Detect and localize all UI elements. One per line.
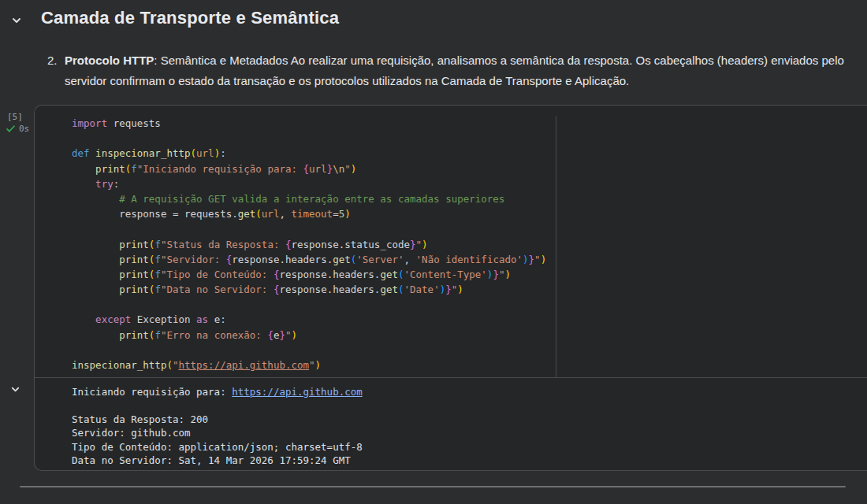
code-output-separator (35, 377, 867, 378)
token-kwb: f (154, 254, 161, 265)
output-chevron-down-icon[interactable] (9, 384, 21, 395)
token-str: 'Content-Type' (404, 269, 487, 280)
token-pl: response.headers. (279, 269, 380, 280)
execution-status: 0s (6, 124, 29, 134)
token-pl: = (333, 208, 339, 220)
text-line: print(f"Tipo de Conteúdo: {response.head… (72, 267, 865, 282)
token-t: Tipo de Conteúdo: application/json; char… (72, 441, 363, 453)
code-editor[interactable]: import requests def inspecionar_http(url… (72, 116, 865, 372)
token-func: inspecionar_http (95, 147, 190, 159)
markdown-bold-text: Protocolo HTTP (65, 54, 154, 67)
token-pl: requests (107, 117, 161, 129)
execution-time: 0s (19, 124, 29, 134)
text-line: except Exception as e: (72, 312, 865, 327)
text-line (72, 131, 865, 146)
text-line: Tipo de Conteúdo: application/json; char… (72, 440, 865, 454)
token-param: url (262, 208, 280, 220)
text-line: try: (72, 176, 865, 191)
cell-divider (20, 486, 846, 487)
token-pl (72, 163, 95, 175)
token-param: url (196, 147, 214, 159)
token-b2: } (445, 284, 452, 295)
code-cell: import requests def inspecionar_http(url… (34, 105, 867, 471)
token-pl: , (279, 208, 291, 220)
text-line: Iniciando requisição para: https://api.g… (72, 385, 865, 398)
token-kwp: try (95, 178, 113, 190)
token-pl (72, 329, 119, 341)
token-func: print (119, 239, 149, 250)
token-b2: { (303, 163, 310, 175)
token-pl (72, 284, 119, 295)
markdown-text: Protocolo HTTP: Semântica e Metadados Ao… (65, 50, 859, 91)
token-func: print (119, 254, 149, 265)
token-b2: } (410, 239, 416, 250)
token-b2: } (529, 254, 535, 265)
text-line (72, 343, 865, 358)
token-com: # A requisição GET valida a interação en… (119, 193, 504, 205)
token-pl: : (113, 178, 120, 190)
text-line: print(f"Status da Resposta: {response.st… (72, 237, 865, 252)
token-b1: ( (255, 208, 262, 220)
token-b2: } (493, 269, 499, 280)
token-kwp: import (72, 117, 107, 129)
token-pl: response.headers. (232, 254, 333, 265)
token-str: 'Server' (356, 254, 404, 265)
text-line: print(f"Servidor: {response.headers.get(… (72, 252, 865, 267)
token-b1: ) (292, 329, 298, 341)
token-kwb: f (131, 163, 137, 175)
token-str: 'Date' (404, 284, 440, 295)
token-func: inspecionar_http (72, 359, 166, 371)
token-t: Servidor: github.com (72, 427, 191, 439)
token-b1: ) (344, 208, 351, 220)
token-str: "Data no Servidor: (161, 284, 273, 295)
token-kwp: as (196, 313, 208, 325)
token-str: "Erro na conexão: (161, 329, 267, 341)
text-line: response = requests.get(url, timeout=5) (72, 206, 865, 221)
token-func: get (380, 269, 398, 280)
url-link[interactable]: https://api.github.com (178, 359, 309, 371)
list-number: 2. (47, 50, 65, 91)
text-line: print(f"Iniciando requisição para: {url}… (72, 161, 865, 176)
token-str: " (309, 359, 315, 371)
execution-count[interactable]: [5] (7, 112, 23, 122)
token-b1: ) (504, 269, 511, 280)
token-str: 'Não identificado' (416, 254, 523, 265)
token-kwb: f (154, 329, 161, 341)
token-b1: ) (422, 239, 428, 250)
output-area: Iniciando requisição para: https://api.g… (72, 385, 865, 467)
chevron-down-icon[interactable] (10, 14, 23, 27)
text-line: def inspecionar_http(url): (72, 146, 865, 161)
token-str: "Status da Resposta: (161, 239, 285, 250)
token-pl (72, 313, 95, 325)
text-line (72, 297, 865, 312)
token-param: url (309, 163, 327, 175)
token-b2: { (285, 239, 292, 250)
token-str: " (416, 239, 422, 250)
token-b1: ) (457, 284, 463, 295)
notebook-page: Camada de Transporte e Semântica 2. Prot… (0, 0, 867, 504)
token-pl (72, 269, 119, 280)
token-b2: } (279, 329, 285, 341)
token-func: print (119, 269, 149, 280)
text-line: Servidor: github.com (72, 426, 865, 439)
markdown-cell: 2. Protocolo HTTP: Semântica e Metadados… (47, 50, 859, 91)
token-t: Data no Servidor: Sat, 14 Mar 2026 17:59… (72, 454, 351, 466)
token-b1: ( (166, 359, 173, 371)
token-b2: { (267, 329, 273, 341)
token-func: print (119, 284, 149, 295)
text-line (72, 398, 865, 412)
text-line (72, 221, 865, 236)
section-title: Camada de Transporte e Semântica (41, 8, 339, 28)
token-func: get (238, 208, 256, 220)
token-t: Iniciando requisição para: (72, 386, 232, 398)
token-esc: \n (333, 163, 344, 175)
token-b1: ) (315, 359, 322, 371)
token-b1: ) (541, 254, 547, 265)
text-line: Status da Resposta: 200 (72, 413, 865, 426)
url-link[interactable]: https://api.github.com (232, 386, 363, 398)
token-func: print (119, 329, 149, 341)
token-b3: ) (523, 254, 529, 265)
token-param: timeout (291, 208, 333, 220)
token-pl: Exception (131, 313, 196, 325)
token-pl: , (404, 254, 416, 265)
